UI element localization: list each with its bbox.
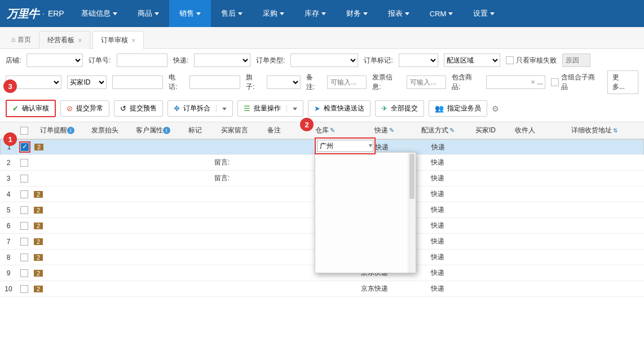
row-number: 9	[0, 269, 17, 277]
row-checkbox-cell[interactable]	[17, 143, 32, 152]
submit-all-button[interactable]: ✈全部提交	[375, 100, 424, 117]
row-checkbox-cell[interactable]	[17, 284, 32, 293]
buyerid-select[interactable]: 买家ID	[67, 75, 107, 89]
split-merge-button[interactable]: ✥订单拆合	[167, 100, 233, 117]
info-icon[interactable]: i	[67, 127, 74, 134]
incsub-checkbox[interactable]	[551, 78, 559, 86]
only-fail-wrap[interactable]: 只看审核失败	[506, 56, 557, 65]
scrollbar[interactable]	[408, 153, 416, 273]
check-delivery-button[interactable]: ➤检查快递送达	[308, 100, 370, 117]
row-checkbox-cell[interactable]	[17, 221, 32, 230]
only-fail-checkbox[interactable]	[506, 56, 514, 64]
warehouse-dropdown-input[interactable]	[317, 140, 373, 152]
warehouse-dropdown[interactable]: ▾	[315, 137, 376, 154]
select-all-checkbox[interactable]	[20, 127, 28, 135]
submit-presale-button[interactable]: ↺提交预售	[114, 100, 163, 117]
pencil-icon[interactable]: ✎	[449, 127, 455, 134]
th-receiver[interactable]: 收件人	[505, 126, 545, 135]
assign-button[interactable]: 👥指定业务员	[429, 100, 487, 117]
confirm-audit-button[interactable]: ✔确认审核	[6, 100, 56, 117]
nav-item[interactable]: 采购	[253, 0, 294, 27]
clear-icon[interactable]: ×	[531, 78, 535, 86]
row-checkbox-cell[interactable]	[17, 237, 32, 246]
th-invoice[interactable]: 发票抬头	[82, 126, 127, 135]
batch-button[interactable]: ☰批量操作	[237, 100, 303, 117]
row-checkbox[interactable]	[20, 269, 28, 277]
remind-badge: 2	[34, 207, 43, 214]
ordertag-select[interactable]	[399, 54, 438, 67]
nav-label: 报表	[388, 8, 403, 19]
nav-item[interactable]: CRM	[420, 0, 464, 27]
page-tab[interactable]: 经营看板×	[39, 31, 90, 49]
row-checkbox[interactable]	[20, 238, 28, 246]
nav-item[interactable]: 报表	[378, 0, 420, 27]
th-cust-attr[interactable]: 客户属性i	[127, 126, 178, 135]
nav-item[interactable]: 设置	[463, 0, 505, 27]
incgoods-label: 包含商品:	[452, 73, 480, 92]
th-address[interactable]: 详细收货地址⇅	[545, 126, 644, 135]
express-select[interactable]	[194, 54, 250, 67]
chevron-down-icon[interactable]	[216, 105, 227, 113]
gear-icon[interactable]: ⚙	[492, 104, 499, 113]
row-checkbox[interactable]	[20, 159, 28, 167]
nav-label: 商品	[138, 8, 152, 19]
chevron-down-icon	[448, 12, 453, 15]
orderno-input[interactable]	[117, 54, 167, 67]
row-checkbox[interactable]	[21, 143, 29, 151]
th-buyer-id[interactable]: 买家ID	[466, 126, 505, 135]
th-express[interactable]: 快递✎	[359, 126, 409, 135]
ordertype-select[interactable]	[290, 54, 358, 67]
row-checkbox[interactable]	[20, 175, 28, 183]
close-icon[interactable]: ×	[131, 37, 135, 45]
th-ship-method[interactable]: 配送方式✎	[409, 126, 466, 135]
incsub-wrap[interactable]: 含组合子商品	[551, 73, 601, 92]
delivery-area-select[interactable]: 配送区域	[444, 54, 500, 67]
chevron-down-icon[interactable]	[286, 105, 297, 113]
row-checkbox[interactable]	[20, 222, 28, 230]
close-icon[interactable]: ×	[78, 37, 82, 45]
nav-item[interactable]: 商品	[127, 0, 169, 27]
th-order-remind[interactable]: 订单提醒i	[32, 126, 82, 135]
th-mark[interactable]: 标记	[178, 126, 212, 135]
buyerid-input[interactable]	[112, 75, 163, 89]
submit-exception-button[interactable]: ⊘提交异常	[60, 100, 109, 117]
home-tab[interactable]: ⌂ 首页	[6, 32, 37, 48]
row-checkbox-cell[interactable]	[17, 206, 32, 214]
nav-item[interactable]: 销售	[169, 0, 211, 27]
row-checkbox-cell[interactable]	[17, 253, 32, 261]
store-select[interactable]	[27, 54, 83, 67]
th-buyer-msg[interactable]: 买家留言	[212, 126, 257, 135]
row-checkbox-cell[interactable]	[17, 190, 32, 198]
note-input[interactable]	[327, 75, 367, 89]
th-note[interactable]: 备注	[257, 126, 291, 135]
nav-item[interactable]: 财务	[336, 0, 378, 27]
flag-select[interactable]	[267, 75, 301, 89]
filters: 3 店铺: 订单号: 快递: 订单类型: 订单标记: 配送区域 只看审核失败 买…	[0, 49, 644, 96]
sort-icon[interactable]: ⇅	[613, 127, 617, 134]
more-button[interactable]: 更 多...	[607, 70, 638, 94]
pencil-icon[interactable]: ✎	[389, 127, 394, 134]
invoice-input[interactable]	[407, 75, 446, 89]
pencil-icon[interactable]: ✎	[330, 127, 335, 134]
th-checkbox[interactable]	[17, 126, 32, 135]
reason-input	[562, 54, 590, 67]
warehouse-dropdown-list[interactable]	[315, 152, 416, 273]
row-checkbox[interactable]	[20, 190, 28, 198]
nav-item[interactable]: 售后	[211, 0, 253, 27]
row-checkbox-cell[interactable]	[17, 158, 32, 167]
incgoods-more[interactable]: ...	[537, 78, 542, 86]
info-icon[interactable]: i	[163, 127, 170, 134]
row-checkbox-cell[interactable]	[17, 174, 32, 183]
row-checkbox[interactable]	[20, 285, 28, 293]
nav-item[interactable]: 库存	[294, 0, 336, 27]
page-tab[interactable]: 订单审核×	[92, 31, 144, 49]
row-checkbox[interactable]	[20, 206, 28, 214]
table-row[interactable]: 102京东快递快递	[0, 281, 644, 297]
nav-item[interactable]: 基础信息	[71, 0, 127, 27]
row-checkbox-cell[interactable]	[17, 269, 32, 277]
row-checkbox[interactable]	[20, 254, 28, 261]
incgoods-input[interactable]	[489, 77, 528, 88]
phone-input[interactable]	[189, 75, 240, 89]
warehouse-options[interactable]	[315, 153, 408, 273]
scroll-thumb[interactable]	[409, 154, 414, 199]
